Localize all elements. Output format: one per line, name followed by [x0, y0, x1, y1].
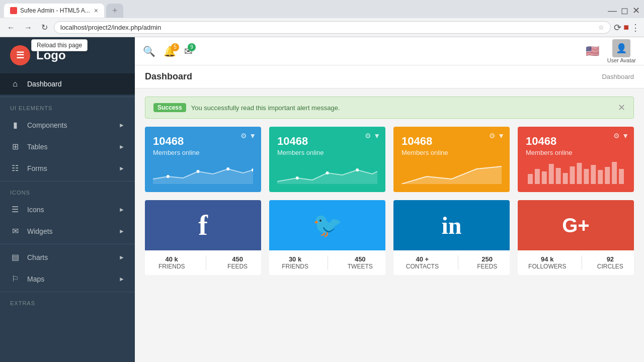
sidebar-item-dashboard[interactable]: ⌂ Dashboard	[0, 73, 135, 95]
stat-number-red: 10468	[526, 135, 626, 148]
tab-favicon	[10, 7, 17, 14]
charts-icon: ▤	[10, 252, 20, 262]
gear-icon-cyan[interactable]: ⚙	[365, 132, 371, 140]
social-card-google[interactable]: G+ 94 k FOLLOWERS 92 CIRCLES	[518, 200, 634, 275]
icons-icon: ☰	[10, 205, 20, 214]
google-stats: 94 k FOLLOWERS 92 CIRCLES	[518, 250, 634, 275]
widgets-icon: ✉	[10, 226, 20, 236]
extensions-icon[interactable]: ⟳	[614, 22, 621, 33]
star-icon[interactable]: ☆	[598, 24, 604, 31]
stat-card-yellow: ⚙ ▼ 10468 Members online	[393, 127, 510, 192]
arrow-icon-widgets: ►	[119, 228, 125, 235]
svg-point-4	[296, 176, 299, 179]
browser-tab-active[interactable]: Sufee Admin - HTML5 A... ×	[4, 4, 104, 18]
twitter-stats: 30 k FRIENDS 450 TWEETS	[269, 250, 385, 275]
bell-badge: 5	[171, 43, 179, 51]
arrow-icon-components: ►	[119, 122, 125, 129]
caret-icon-red[interactable]: ▼	[622, 132, 629, 140]
browser-nav-bar: ← → ↻ localhost/project2/index.php/admin…	[0, 18, 644, 37]
breadcrumb: Dashboard	[602, 73, 634, 80]
sidebar-label-tables: Tables	[27, 143, 47, 151]
flag-icon[interactable]: 🇺🇸	[586, 45, 599, 58]
sidebar-divider-2	[0, 181, 135, 182]
page-title: Dashboard	[145, 71, 192, 82]
section-label-ui: UI ELEMENTS	[0, 99, 135, 114]
stat-label-red: Members online	[526, 149, 626, 156]
search-icon[interactable]: 🔍	[143, 45, 155, 57]
svg-rect-20	[619, 169, 624, 184]
arrow-icon-maps: ►	[119, 276, 125, 283]
sidebar-divider-3	[0, 244, 135, 244]
svg-point-0	[167, 175, 170, 178]
address-bar[interactable]: localhost/project2/index.php/admin ☆	[54, 21, 611, 34]
facebook-friends-val: 40 k	[158, 255, 185, 263]
gear-icon-red[interactable]: ⚙	[613, 132, 620, 140]
user-avatar[interactable]: 👤 User Avatar	[607, 39, 636, 63]
google-icon: G+	[562, 214, 589, 237]
sidebar-item-charts[interactable]: ▤ Charts ►	[0, 246, 135, 268]
svg-rect-12	[563, 173, 568, 184]
linkedin-contacts-label: CONTACTS	[406, 263, 439, 270]
caret-icon-cyan[interactable]: ▼	[373, 132, 380, 140]
top-header: 🔍 🔔 5 ✉ 9 🇺🇸 👤 User Avatar	[135, 37, 644, 65]
social-card-facebook[interactable]: f 40 k FRIENDS 450 FEEDS	[145, 200, 261, 275]
restore-btn[interactable]: ◻	[621, 5, 628, 16]
gear-icon-yellow[interactable]: ⚙	[489, 132, 496, 140]
sidebar-item-components[interactable]: ▮ Components ►	[0, 114, 135, 136]
svg-rect-11	[556, 168, 561, 184]
nav-right-icons: ⟳ ■ ⋮	[614, 22, 640, 33]
sidebar-item-widgets[interactable]: ✉ Widgets ►	[0, 220, 135, 242]
forward-btn[interactable]: →	[21, 22, 35, 33]
sidebar-divider-4	[0, 292, 135, 292]
forms-icon: ☷	[10, 163, 20, 173]
twitter-icon-area: 🐦	[269, 200, 385, 250]
shield-icon[interactable]: ■	[623, 22, 629, 33]
stat-label-yellow: Members online	[401, 149, 502, 156]
sidebar-label-widgets: Widgets	[27, 227, 53, 235]
google-circles-val: 92	[597, 255, 623, 263]
social-card-twitter[interactable]: 🐦 30 k FRIENDS 450 TWEETS	[269, 200, 385, 275]
reload-btn[interactable]: ↻	[38, 22, 51, 33]
gear-icon-blue[interactable]: ⚙	[240, 132, 247, 140]
twitter-tweets: 450 TWEETS	[348, 255, 373, 270]
caret-icon-yellow[interactable]: ▼	[498, 132, 505, 140]
close-btn[interactable]: ✕	[632, 5, 640, 16]
content-area: Success You successfully read this impor…	[135, 88, 644, 291]
svg-point-5	[326, 171, 329, 174]
linkedin-stats: 40 + CONTACTS 250 FEEDS	[393, 250, 510, 275]
mail-notification[interactable]: ✉ 9	[184, 45, 193, 57]
browser-tab-empty[interactable]: +	[106, 4, 124, 18]
facebook-icon-area: f	[145, 200, 261, 250]
stat-controls-yellow[interactable]: ⚙ ▼	[489, 132, 505, 140]
alert-badge: Success	[153, 103, 186, 112]
sidebar-item-tables[interactable]: ⊞ Tables ►	[0, 136, 135, 157]
svg-rect-13	[570, 166, 575, 184]
sidebar-item-icons[interactable]: ☰ Icons ►	[0, 199, 135, 220]
arrow-icon-charts: ►	[119, 254, 125, 261]
back-btn[interactable]: ←	[4, 22, 18, 33]
section-label-icons: ICONS	[0, 184, 135, 199]
alert-close-btn[interactable]: ✕	[618, 102, 625, 113]
caret-icon-blue[interactable]: ▼	[249, 132, 256, 140]
menu-icon[interactable]: ⋮	[631, 22, 640, 33]
sidebar-item-maps[interactable]: ⚐ Maps ►	[0, 268, 135, 290]
stat-controls-cyan[interactable]: ⚙ ▼	[365, 132, 380, 140]
sidebar-label-icons: Icons	[27, 206, 44, 214]
linkedin-feeds-label: FEEDS	[477, 263, 497, 270]
linkedin-icon-area: in	[393, 200, 510, 250]
stat-chart-blue	[153, 159, 253, 184]
tab-close-btn[interactable]: ×	[94, 7, 98, 15]
main-header: Dashboard Dashboard	[135, 65, 644, 88]
arrow-icon-tables: ►	[119, 143, 125, 150]
stat-controls-red[interactable]: ⚙ ▼	[613, 132, 629, 140]
sidebar-item-forms[interactable]: ☷ Forms ►	[0, 157, 135, 179]
stat-controls-blue[interactable]: ⚙ ▼	[240, 132, 256, 140]
social-card-linkedin[interactable]: in 40 + CONTACTS 250 FEEDS	[393, 200, 510, 275]
alert-banner: Success You successfully read this impor…	[145, 97, 634, 119]
bell-notification[interactable]: 🔔 5	[164, 45, 176, 57]
stat-card-cyan: ⚙ ▼ 10468 Members online	[269, 127, 385, 192]
minimize-btn[interactable]: —	[608, 6, 617, 16]
google-circles-label: CIRCLES	[597, 263, 623, 270]
linkedin-feeds: 250 FEEDS	[477, 255, 497, 270]
svg-rect-14	[577, 163, 582, 184]
